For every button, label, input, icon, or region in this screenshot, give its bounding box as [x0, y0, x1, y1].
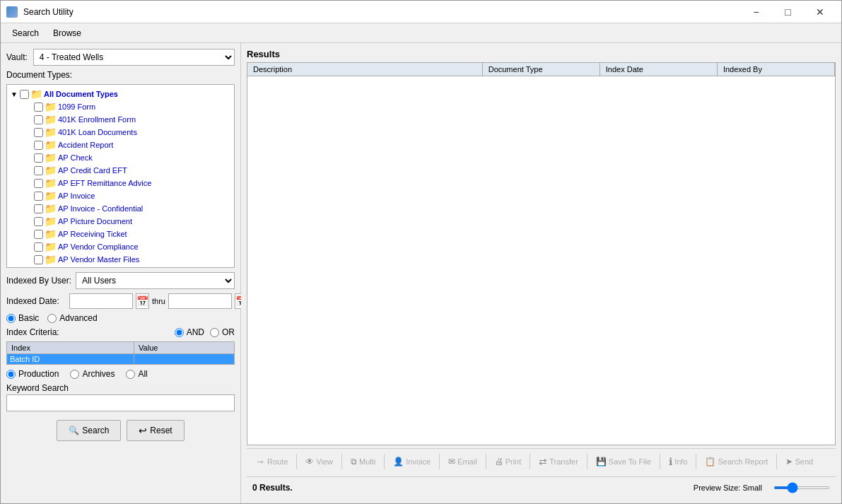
- minimize-button[interactable]: −: [740, 1, 772, 23]
- col-index-date: Index Date: [600, 63, 717, 76]
- document-types-tree[interactable]: ▼ 📁 All Document Types 📁 1099 Form: [6, 84, 235, 268]
- toolbar-sep-1: [296, 454, 297, 469]
- transfer-button[interactable]: Transfer: [533, 454, 584, 469]
- maximize-button[interactable]: □: [772, 1, 804, 23]
- list-item[interactable]: 📁 Application for Employment: [23, 266, 233, 268]
- list-item[interactable]: 📁 AP Picture Document: [23, 215, 233, 228]
- vault-select[interactable]: 4 - Treated Wells 1 - Vault One 2 - Vaul…: [33, 49, 235, 66]
- tree-item-checkbox-13[interactable]: [34, 268, 43, 269]
- tree-item-checkbox-12[interactable]: [34, 255, 43, 264]
- advanced-label[interactable]: Advanced: [59, 313, 97, 323]
- view-button[interactable]: View: [300, 455, 339, 469]
- tree-root-expand[interactable]: ▼: [10, 90, 18, 98]
- tree-item-checkbox-4[interactable]: [34, 153, 43, 163]
- tree-item-label-10[interactable]: AP Receiving Ticket: [58, 230, 127, 238]
- production-label[interactable]: Production: [18, 369, 59, 379]
- tree-root-label[interactable]: All Document Types: [44, 90, 118, 98]
- list-item[interactable]: 📁 401K Loan Documents: [23, 126, 233, 139]
- email-button[interactable]: Email: [443, 455, 483, 469]
- close-button[interactable]: ✕: [804, 1, 836, 23]
- tree-item-label-3[interactable]: Accident Report: [58, 141, 113, 149]
- indexed-by-row: Indexed By User: All Users User 1 User 2: [6, 272, 235, 289]
- tree-root-checkbox[interactable]: [20, 90, 29, 99]
- tree-item-label-5[interactable]: AP Credit Card EFT: [58, 166, 127, 175]
- route-button[interactable]: Route: [250, 454, 293, 469]
- or-radio[interactable]: [210, 328, 219, 337]
- bottom-toolbar: Route View Multi Invoice: [247, 448, 836, 474]
- list-item[interactable]: 📁 Accident Report: [23, 139, 233, 151]
- list-item[interactable]: 📁 AP Receiving Ticket: [23, 228, 233, 240]
- tree-item-label-7[interactable]: AP Invoice: [58, 192, 95, 200]
- list-item[interactable]: 📁 1099 Form: [23, 100, 233, 113]
- keyword-input[interactable]: [6, 394, 235, 411]
- preview-slider[interactable]: [773, 486, 830, 489]
- menu-search[interactable]: Search: [5, 25, 46, 41]
- and-radio[interactable]: [175, 328, 184, 337]
- tree-item-label-4[interactable]: AP Check: [58, 153, 93, 162]
- tree-item-label-12[interactable]: AP Vendor Master Files: [58, 255, 139, 264]
- tree-root-item[interactable]: ▼ 📁 All Document Types: [8, 88, 233, 100]
- invoice-button[interactable]: Invoice: [387, 455, 436, 469]
- view-icon: [305, 457, 314, 467]
- criteria-value-cell[interactable]: [134, 354, 235, 365]
- list-item[interactable]: 📁 AP Credit Card EFT: [23, 164, 233, 177]
- tree-item-checkbox-5[interactable]: [34, 166, 43, 175]
- tree-item-checkbox-8[interactable]: [34, 204, 43, 213]
- tree-item-folder-3: 📁: [45, 139, 57, 151]
- list-item[interactable]: 📁 AP Check: [23, 151, 233, 164]
- print-button[interactable]: Print: [489, 455, 527, 469]
- multi-button[interactable]: Multi: [345, 455, 381, 469]
- tree-item-label-0[interactable]: 1099 Form: [58, 102, 95, 111]
- tree-item-checkbox-7[interactable]: [34, 192, 43, 201]
- tree-item-checkbox-0[interactable]: [34, 102, 43, 112]
- tree-item-label-2[interactable]: 401K Loan Documents: [58, 128, 137, 136]
- archives-radio[interactable]: [70, 370, 79, 379]
- cal-from-button[interactable]: 📅: [136, 293, 149, 309]
- criteria-index-cell[interactable]: Batch ID: [7, 354, 134, 365]
- search-button[interactable]: Search: [57, 420, 121, 441]
- tree-item-checkbox-3[interactable]: [34, 141, 43, 150]
- toolbar-sep-8: [660, 454, 660, 469]
- info-button[interactable]: Info: [663, 454, 693, 469]
- tree-item-checkbox-10[interactable]: [34, 230, 43, 239]
- list-item[interactable]: 📁 AP Invoice - Confidential: [23, 202, 233, 215]
- date-to-input[interactable]: [168, 293, 232, 309]
- tree-item-checkbox-11[interactable]: [34, 242, 43, 252]
- date-from-input[interactable]: [69, 293, 133, 309]
- list-item[interactable]: 📁 AP Vendor Compliance: [23, 240, 233, 253]
- all-label[interactable]: All: [138, 369, 147, 379]
- tree-item-label-1[interactable]: 401K Enrollment Form: [58, 115, 136, 124]
- list-item[interactable]: 📁 401K Enrollment Form: [23, 113, 233, 126]
- indexed-date-label: Indexed Date:: [6, 296, 66, 306]
- production-radio[interactable]: [6, 370, 16, 379]
- tree-item-label-11[interactable]: AP Vendor Compliance: [58, 242, 139, 251]
- basic-radio[interactable]: [6, 314, 16, 323]
- all-radio[interactable]: [126, 370, 135, 379]
- send-button[interactable]: Send: [780, 455, 819, 469]
- tree-item-folder-8: 📁: [45, 203, 57, 214]
- list-item[interactable]: 📁 AP EFT Remittance Advice: [23, 177, 233, 189]
- reset-button[interactable]: Reset: [127, 420, 184, 441]
- list-item[interactable]: 📁 AP Invoice: [23, 189, 233, 202]
- left-panel: Vault: 4 - Treated Wells 1 - Vault One 2…: [1, 43, 241, 503]
- table-row[interactable]: Batch ID: [7, 354, 235, 365]
- advanced-radio[interactable]: [47, 314, 57, 323]
- list-item[interactable]: 📁 AP Vendor Master Files: [23, 253, 233, 266]
- and-label[interactable]: AND: [187, 327, 204, 337]
- tree-item-checkbox-1[interactable]: [34, 115, 43, 124]
- tree-item-label-9[interactable]: AP Picture Document: [58, 217, 132, 225]
- tree-item-checkbox-6[interactable]: [34, 179, 43, 188]
- indexed-by-select[interactable]: All Users User 1 User 2: [76, 272, 235, 289]
- tree-item-label-8[interactable]: AP Invoice - Confidential: [58, 204, 143, 213]
- save-button[interactable]: Save To File: [590, 455, 657, 469]
- tree-item-folder-4: 📁: [45, 152, 57, 163]
- tree-item-label-6[interactable]: AP EFT Remittance Advice: [58, 179, 151, 187]
- results-table-container[interactable]: Description Document Type Index Date Ind…: [247, 62, 836, 445]
- archives-label[interactable]: Archives: [82, 369, 115, 379]
- or-label[interactable]: OR: [222, 327, 235, 337]
- tree-item-checkbox-9[interactable]: [34, 217, 43, 226]
- report-button[interactable]: Search Report: [699, 455, 773, 469]
- menu-browse[interactable]: Browse: [46, 25, 88, 41]
- basic-label[interactable]: Basic: [18, 313, 39, 323]
- tree-item-checkbox-2[interactable]: [34, 128, 43, 137]
